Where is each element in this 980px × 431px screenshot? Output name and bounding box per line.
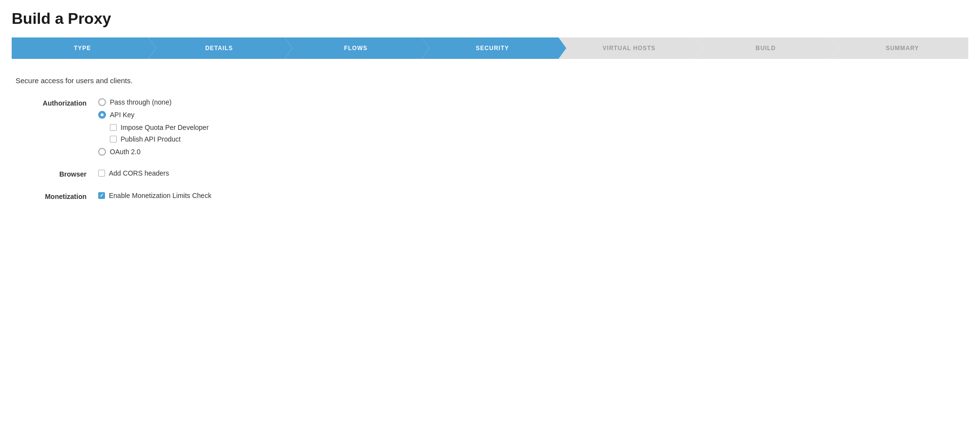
monetization-options: Enable Monetization Limits Check bbox=[98, 192, 211, 199]
authorization-section: Authorization Pass through (none) API Ke… bbox=[16, 98, 964, 156]
step-build[interactable]: BUILD bbox=[695, 37, 832, 59]
pass-through-radio[interactable] bbox=[98, 98, 106, 106]
step-flows[interactable]: FLOWS bbox=[285, 37, 421, 59]
publish-api-checkbox[interactable] bbox=[110, 136, 117, 143]
api-key-option[interactable]: API Key bbox=[98, 111, 209, 119]
browser-options: Add CORS headers bbox=[98, 169, 169, 177]
enable-monetization-checkbox[interactable] bbox=[98, 192, 105, 199]
add-cors-checkbox[interactable] bbox=[98, 170, 105, 177]
page-title: Build a Proxy bbox=[12, 10, 968, 28]
oauth2-option[interactable]: OAuth 2.0 bbox=[98, 148, 209, 156]
publish-api-option[interactable]: Publish API Product bbox=[110, 135, 209, 143]
oauth2-radio[interactable] bbox=[98, 148, 106, 156]
step-security[interactable]: SECURITY bbox=[421, 37, 558, 59]
impose-quota-checkbox[interactable] bbox=[110, 124, 117, 131]
section-description: Secure access for users and clients. bbox=[16, 76, 964, 85]
impose-quota-option[interactable]: Impose Quota Per Developer bbox=[110, 124, 209, 131]
impose-quota-label: Impose Quota Per Developer bbox=[121, 124, 209, 131]
stepper: TYPE DETAILS FLOWS SECURITY VIRTUAL HOST… bbox=[12, 37, 968, 59]
api-key-radio[interactable] bbox=[98, 111, 106, 119]
monetization-label: Monetization bbox=[16, 192, 98, 200]
authorization-label: Authorization bbox=[16, 98, 98, 107]
authorization-options: Pass through (none) API Key Impose Quota… bbox=[98, 98, 209, 156]
add-cors-option[interactable]: Add CORS headers bbox=[98, 169, 169, 177]
add-cors-label: Add CORS headers bbox=[109, 169, 169, 177]
step-summary[interactable]: SUMMARY bbox=[832, 37, 968, 59]
content-area: Secure access for users and clients. Aut… bbox=[12, 76, 968, 200]
publish-api-label: Publish API Product bbox=[121, 135, 181, 143]
enable-monetization-option[interactable]: Enable Monetization Limits Check bbox=[98, 192, 211, 199]
pass-through-option[interactable]: Pass through (none) bbox=[98, 98, 209, 106]
monetization-section: Monetization Enable Monetization Limits … bbox=[16, 192, 964, 200]
browser-label: Browser bbox=[16, 169, 98, 178]
step-type[interactable]: TYPE bbox=[12, 37, 148, 59]
browser-section: Browser Add CORS headers bbox=[16, 169, 964, 178]
enable-monetization-label: Enable Monetization Limits Check bbox=[109, 192, 211, 199]
pass-through-label: Pass through (none) bbox=[110, 98, 172, 106]
api-key-label: API Key bbox=[110, 111, 135, 119]
api-key-sub-options: Impose Quota Per Developer Publish API P… bbox=[110, 124, 209, 143]
oauth2-label: OAuth 2.0 bbox=[110, 148, 140, 156]
step-details[interactable]: DETAILS bbox=[148, 37, 285, 59]
step-virtual-hosts[interactable]: VIRTUAL HOSTS bbox=[559, 37, 695, 59]
